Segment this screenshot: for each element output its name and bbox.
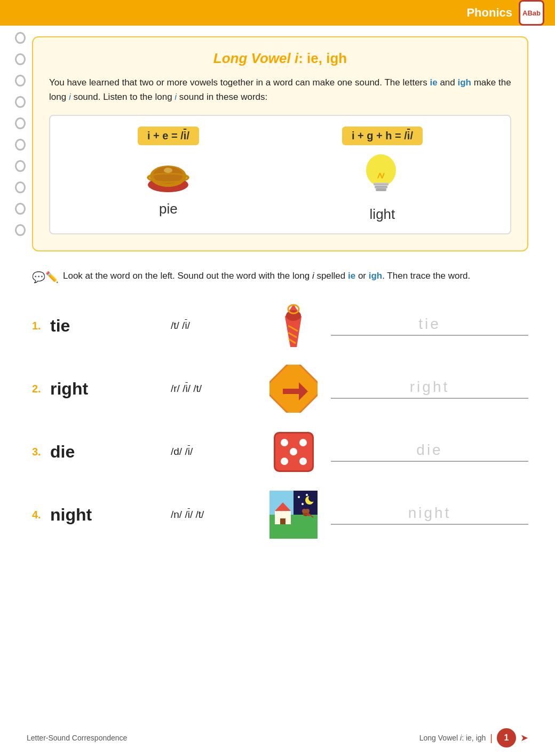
- ex-word-4: night: [50, 505, 92, 525]
- ex-phonics-4: /n/ /i/ /t/: [171, 509, 267, 521]
- spiral-ring: [15, 160, 26, 172]
- svg-point-6: [366, 154, 396, 186]
- ex-image-3: [267, 428, 320, 476]
- ex-word-2: right: [50, 379, 88, 399]
- card-title: Long Vowel i: ie, igh: [49, 50, 511, 67]
- tie-icon: [272, 302, 315, 350]
- svg-point-28: [281, 458, 288, 465]
- dice-icon: [271, 429, 316, 475]
- ex-phonics-1: /t/ /i/: [171, 320, 267, 332]
- spiral-ring: [15, 32, 26, 44]
- footer-left: Letter-Sound Correspondence: [27, 734, 127, 742]
- ex-word-3: die: [50, 442, 75, 462]
- formula-badge-ie: i + e = /i/: [138, 127, 199, 145]
- word-pie: pie: [159, 201, 178, 217]
- instruction-text: Look at the word on the left. Sound out …: [63, 269, 470, 283]
- svg-point-36: [298, 496, 300, 498]
- svg-rect-35: [280, 518, 286, 524]
- header-title: Phonics: [466, 6, 512, 20]
- footer: Letter-Sound Correspondence Long Vowel i…: [27, 728, 528, 747]
- pie-image: [144, 152, 192, 194]
- ex-phonics-3: /d/ /i/: [171, 446, 267, 458]
- formula-col-ie: i + e = /i/ pie: [138, 127, 199, 217]
- svg-point-41: [308, 494, 316, 502]
- svg-point-27: [290, 448, 297, 455]
- ex-word-col-3: 3. die: [32, 442, 171, 462]
- night-scene-icon: [269, 491, 318, 539]
- exercise-row-2: 2. right /r/ /i/ /t/ right: [32, 365, 528, 413]
- exercise-row-1: 1. tie /t/ /i/: [32, 302, 528, 350]
- formula-badge-igh: i + g + h = /i/: [342, 127, 423, 145]
- formula-box: i + e = /i/ pie: [49, 115, 511, 234]
- spiral-binding: [15, 32, 26, 236]
- formula-col-igh: i + g + h = /i/ light: [342, 127, 423, 223]
- ex-trace-3[interactable]: die: [331, 442, 528, 462]
- page-number: 1: [497, 728, 516, 747]
- ex-num-2: 2.: [32, 383, 45, 395]
- instructions: 💬✏️ Look at the word on the left. Sound …: [32, 269, 528, 286]
- ex-phonics-2: /r/ /i/ /t/: [171, 383, 267, 395]
- word-light: light: [370, 206, 395, 223]
- header-decoration: [0, 0, 160, 26]
- svg-point-5: [164, 168, 172, 173]
- ex-image-2: [267, 365, 320, 413]
- spiral-ring: [15, 117, 26, 129]
- spiral-ring: [15, 53, 26, 65]
- logo-text-top: AB: [522, 10, 533, 17]
- ex-word-col-4: 4. night: [32, 505, 171, 525]
- ex-num-1: 1.: [32, 320, 45, 332]
- svg-point-29: [299, 458, 307, 465]
- logo-text-bottom: ab: [533, 10, 541, 17]
- instruction-icons: 💬✏️: [32, 269, 59, 286]
- logo-box: AB ab: [519, 0, 544, 26]
- ex-trace-4[interactable]: night: [331, 505, 528, 525]
- ex-num-4: 4.: [32, 509, 45, 521]
- footer-arrow-icon: |: [490, 733, 493, 744]
- exercise-row-4: 4. night /n/ /i/ /t/: [32, 491, 528, 539]
- spiral-ring: [15, 75, 26, 86]
- info-card: Long Vowel i: ie, igh You have learned t…: [32, 36, 528, 251]
- footer-right: Long Vowel i: ie, igh | 1 ➤: [419, 728, 528, 747]
- ex-image-1: [267, 302, 320, 350]
- ex-image-4: [267, 491, 320, 539]
- spiral-ring: [15, 203, 26, 215]
- svg-point-26: [299, 439, 307, 446]
- header: Phonics AB ab: [0, 0, 555, 26]
- right-turn-sign-icon: [269, 365, 318, 413]
- svg-point-39: [302, 503, 304, 505]
- main-content: Long Vowel i: ie, igh You have learned t…: [0, 26, 555, 549]
- footer-next-arrow-icon[interactable]: ➤: [520, 732, 528, 744]
- spiral-ring: [15, 182, 26, 193]
- exercise-row-3: 3. die /d/ /i/ die: [32, 428, 528, 476]
- exercise-list: 1. tie /t/ /i/: [32, 302, 528, 539]
- svg-point-25: [281, 439, 288, 446]
- ex-word-col-2: 2. right: [32, 379, 171, 399]
- spiral-ring: [15, 139, 26, 151]
- ex-word-1: tie: [50, 316, 70, 336]
- card-description: You have learned that two or more vowels…: [49, 75, 511, 104]
- ex-num-3: 3.: [32, 446, 45, 458]
- footer-right-text: Long Vowel i: ie, igh: [419, 734, 486, 742]
- ex-trace-1[interactable]: tie: [331, 316, 528, 336]
- spiral-ring: [15, 96, 26, 108]
- ex-word-col-1: 1. tie: [32, 316, 171, 336]
- ex-trace-2[interactable]: right: [331, 379, 528, 399]
- svg-point-37: [306, 494, 308, 496]
- lightbulb-image: [361, 152, 403, 200]
- svg-rect-9: [376, 188, 386, 191]
- svg-point-44: [305, 509, 310, 513]
- spiral-ring: [15, 224, 26, 236]
